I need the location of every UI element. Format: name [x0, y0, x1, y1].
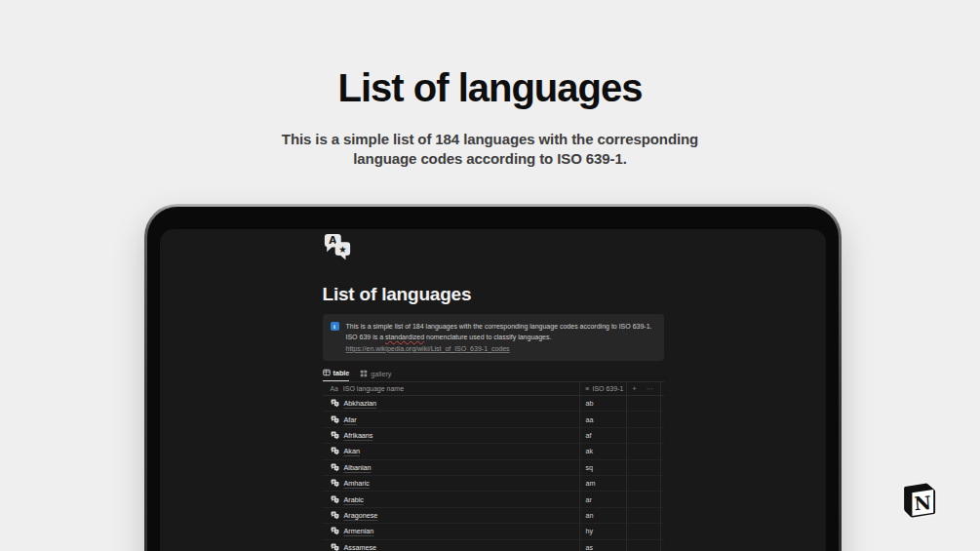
table-view-icon — [323, 369, 331, 376]
callout-misspelled-word: standardized — [385, 334, 424, 340]
svg-text:N: N — [914, 492, 932, 514]
language-name: Assamese — [344, 543, 377, 551]
text-property-icon: ≡ — [586, 385, 590, 392]
callout-text-part2: nomenclature used to classify languages. — [424, 334, 551, 340]
translation-icon — [331, 495, 339, 504]
table-row[interactable]: Assamese as — [323, 540, 664, 551]
language-name: Amharic — [344, 479, 370, 488]
tablet-bezel: List of languages i This is a simple lis… — [147, 207, 839, 551]
info-icon: i — [331, 322, 339, 331]
translation-icon — [331, 399, 339, 408]
language-code: ar — [579, 492, 626, 506]
column-header-code[interactable]: ≡ ISO 639-1 — [579, 382, 626, 395]
tab-gallery[interactable]: gallery — [360, 370, 391, 382]
page-title: List of languages — [0, 66, 980, 110]
language-code: af — [579, 428, 626, 443]
tab-gallery-label: gallery — [371, 370, 391, 378]
language-code: as — [579, 540, 626, 551]
translation-icon — [331, 447, 339, 455]
column-code-label: ISO 639-1 — [592, 385, 623, 392]
language-name: Albanian — [344, 463, 372, 472]
notion-page-title: List of languages — [323, 284, 664, 305]
column-header-name[interactable]: Aa ISO language name — [323, 382, 579, 395]
language-code: an — [579, 508, 626, 523]
translation-icon — [331, 463, 339, 472]
translation-icon — [331, 527, 339, 535]
table-header-actions: + ⋯ — [626, 382, 661, 395]
table-header-row: Aa ISO language name ≡ ISO 639-1 + ⋯ — [323, 381, 664, 396]
table-row[interactable]: Akan ak — [323, 444, 664, 459]
notion-app-screen: List of languages i This is a simple lis… — [160, 229, 826, 551]
language-name: Arabic — [344, 495, 364, 504]
translation-icon[interactable] — [323, 232, 352, 261]
language-name: Armenian — [344, 527, 374, 535]
languages-table: Aa ISO language name ≡ ISO 639-1 + ⋯ — [323, 381, 664, 551]
table-row[interactable]: Amharic am — [323, 476, 664, 492]
tablet-mockup-frame: List of languages i This is a simple lis… — [144, 204, 842, 551]
callout-text: This is a simple list of 184 languages w… — [346, 321, 654, 354]
table-row[interactable]: Aragonese an — [323, 508, 664, 524]
wikipedia-link[interactable]: https://en.wikipedia.org/wiki/List_of_IS… — [346, 343, 654, 354]
tab-table[interactable]: table — [323, 369, 350, 382]
language-code: sq — [579, 460, 626, 475]
callout-block: i This is a simple list of 184 languages… — [323, 314, 664, 361]
translation-icon — [331, 543, 339, 551]
translation-icon — [331, 415, 339, 424]
view-tabs: table gallery — [323, 369, 664, 382]
language-code: ak — [579, 444, 626, 458]
add-column-button[interactable]: + — [633, 385, 637, 392]
language-code: ab — [579, 396, 626, 411]
gallery-view-icon — [360, 370, 368, 377]
notion-logo: N — [893, 474, 939, 520]
table-row[interactable]: Abkhazian ab — [323, 396, 664, 412]
hero-section: List of languages This is a simple list … — [0, 0, 980, 169]
translation-icon — [331, 431, 339, 440]
table-row[interactable]: Arabic ar — [323, 492, 664, 507]
table-row[interactable]: Afar aa — [323, 412, 664, 427]
title-property-icon: Aa — [331, 385, 338, 392]
language-code: am — [579, 476, 626, 491]
language-code: hy — [579, 524, 626, 538]
more-options-button[interactable]: ⋯ — [647, 385, 654, 393]
translation-icon — [331, 479, 339, 488]
language-name: Afrikaans — [344, 431, 373, 440]
language-name: Abkhazian — [344, 399, 377, 408]
column-name-label: ISO language name — [343, 385, 404, 392]
translation-icon — [331, 511, 339, 520]
language-name: Afar — [344, 415, 357, 424]
page-subtitle: This is a simple list of 184 languages w… — [256, 130, 725, 169]
language-name: Aragonese — [344, 511, 378, 520]
tab-table-label: table — [333, 369, 350, 377]
language-code: aa — [579, 412, 626, 426]
table-row[interactable]: Albanian sq — [323, 460, 664, 476]
table-row[interactable]: Armenian hy — [323, 524, 664, 539]
language-name: Akan — [344, 447, 360, 455]
table-row[interactable]: Afrikaans af — [323, 428, 664, 444]
